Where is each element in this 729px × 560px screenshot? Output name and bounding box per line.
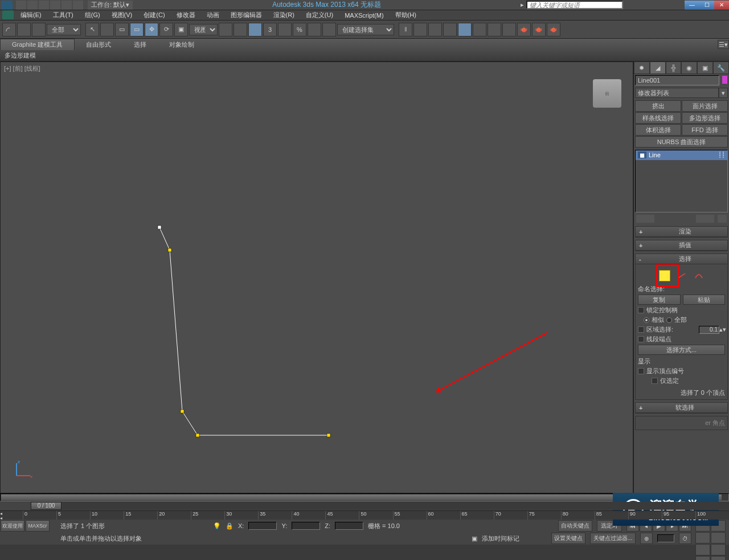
track-bar[interactable]: ◂ ◂ 051015202530354045505560657075808590… bbox=[0, 510, 729, 520]
autokey-button[interactable]: 自动关键点 bbox=[558, 520, 592, 532]
percent-snap-button[interactable] bbox=[278, 23, 292, 36]
poly-modeling-label[interactable]: 多边形建模 bbox=[5, 51, 36, 60]
mirror-button[interactable]: ⦀ bbox=[399, 23, 412, 36]
select-name-button[interactable] bbox=[100, 23, 114, 36]
lock-handles-checkbox[interactable] bbox=[638, 307, 644, 313]
object-color-swatch[interactable] bbox=[722, 76, 727, 84]
configure-icon[interactable] bbox=[718, 215, 727, 223]
maximize-button[interactable]: ☐ bbox=[699, 1, 714, 10]
max-logo-icon[interactable] bbox=[2, 10, 14, 19]
show-vertex-num-checkbox[interactable] bbox=[638, 368, 644, 374]
make-unique-icon[interactable] bbox=[696, 215, 705, 223]
copy-button[interactable]: 复制 bbox=[638, 295, 681, 305]
qat-undo[interactable] bbox=[50, 1, 60, 10]
motion-tab-icon[interactable]: ◉ bbox=[681, 62, 697, 74]
setkey-button[interactable]: 设置关键点 bbox=[551, 533, 585, 544]
qat-save[interactable] bbox=[39, 1, 49, 10]
select-scale-button[interactable]: ▣ bbox=[174, 23, 188, 36]
select-move-button[interactable]: ✥ bbox=[145, 23, 158, 36]
render-preset-button[interactable]: 🫖 bbox=[532, 23, 546, 36]
binoculars-icon[interactable] bbox=[626, 1, 636, 10]
window-crossing-button[interactable]: ▭ bbox=[130, 23, 144, 36]
manipulate-button[interactable] bbox=[234, 23, 247, 36]
menu-animation[interactable]: 动画 bbox=[201, 11, 225, 19]
select-rotate-button[interactable]: ⟳ bbox=[159, 23, 173, 36]
max-toggle-button[interactable] bbox=[695, 556, 710, 560]
menu-view[interactable]: 视图(V) bbox=[106, 11, 138, 19]
similar-radio[interactable] bbox=[644, 317, 649, 323]
mod-nurbs-button[interactable]: NURBS 曲面选择 bbox=[635, 136, 728, 148]
tab-object-paint[interactable]: 对象绘制 bbox=[158, 39, 206, 50]
qat-link[interactable] bbox=[73, 1, 83, 10]
walk-button[interactable] bbox=[711, 556, 726, 560]
zoom-extents-button[interactable] bbox=[695, 532, 710, 543]
snap-options-button[interactable] bbox=[308, 23, 321, 36]
mod-poly-button[interactable]: 多边形选择 bbox=[682, 112, 728, 124]
viewport-front[interactable]: [+] [前] [线框] 前 z x bbox=[0, 62, 633, 493]
minimize-button[interactable]: — bbox=[685, 1, 699, 10]
x-coord-input[interactable] bbox=[248, 522, 277, 530]
menu-help[interactable]: 帮助(H) bbox=[390, 11, 422, 19]
all-radio[interactable] bbox=[666, 317, 672, 323]
workspace-selector[interactable]: 工作台: 默认 ▾ bbox=[88, 1, 133, 10]
rollout-soft-header[interactable]: +软选择 bbox=[636, 403, 727, 413]
snap-toggle-button[interactable] bbox=[248, 23, 262, 36]
lock-icon[interactable]: 💡 bbox=[213, 522, 221, 530]
mod-ffd-button[interactable]: FFD 选择 bbox=[682, 124, 728, 136]
select-by-button[interactable]: 选择方式... bbox=[638, 345, 725, 355]
render-frame-button[interactable] bbox=[502, 23, 516, 36]
object-name-input[interactable] bbox=[635, 75, 719, 85]
render-setup-button[interactable] bbox=[488, 23, 501, 36]
spline-subobject-button[interactable] bbox=[693, 270, 705, 281]
display-tab-icon[interactable]: ▣ bbox=[697, 62, 713, 74]
layers-button[interactable] bbox=[428, 23, 442, 36]
material-editor-button[interactable] bbox=[473, 23, 486, 36]
close-button[interactable]: ✕ bbox=[714, 1, 729, 10]
script-listener-button[interactable]: MAXScr bbox=[26, 520, 50, 532]
bind-button[interactable] bbox=[32, 23, 46, 36]
time-slider-thumb[interactable]: 0 / 100 bbox=[31, 502, 62, 510]
mod-volume-button[interactable]: 体积选择 bbox=[635, 124, 681, 136]
select-object-button[interactable]: ↖ bbox=[85, 23, 99, 36]
y-coord-input[interactable] bbox=[292, 522, 320, 530]
frame-input[interactable] bbox=[657, 534, 674, 542]
arc-rotate-button[interactable] bbox=[711, 544, 726, 555]
render-prod-button[interactable]: 🫖 bbox=[547, 23, 560, 36]
menu-customize[interactable]: 自定义(U) bbox=[300, 11, 339, 19]
rollout-rendering-header[interactable]: +渲染 bbox=[636, 227, 727, 237]
qat-new[interactable] bbox=[16, 1, 26, 10]
key-mode-icon[interactable]: ⊕ bbox=[640, 533, 653, 544]
selection-filter[interactable]: 全部 bbox=[47, 24, 81, 35]
tab-selection[interactable]: 选择 bbox=[122, 39, 158, 50]
lock-sel-icon[interactable]: 🔒 bbox=[226, 522, 234, 530]
isolate-icon[interactable]: ▣ bbox=[472, 535, 477, 542]
menu-maxscript[interactable]: MAXScript(M) bbox=[339, 12, 389, 19]
ribbon-min-icon[interactable]: ☰▾ bbox=[718, 40, 729, 49]
exchange-icon[interactable] bbox=[649, 1, 658, 10]
rollout-selection-header[interactable]: -选择 bbox=[636, 254, 727, 264]
named-selection-set[interactable]: 创建选择集 bbox=[337, 24, 394, 35]
paste-button[interactable]: 粘贴 bbox=[683, 295, 726, 305]
key-filters-button[interactable]: 关键点过滤器... bbox=[590, 533, 636, 544]
spinner-snap-button[interactable]: % bbox=[293, 23, 306, 36]
tab-freeform[interactable]: 自由形式 bbox=[75, 39, 122, 50]
time-slider[interactable]: 0 / 100 bbox=[0, 501, 729, 510]
segment-end-checkbox[interactable] bbox=[638, 336, 644, 342]
welcome-button[interactable]: 欢迎使用 bbox=[1, 520, 24, 532]
remove-mod-icon[interactable] bbox=[705, 215, 714, 223]
pan-button[interactable] bbox=[695, 544, 710, 555]
menu-tools[interactable]: 工具(T) bbox=[47, 11, 79, 19]
menu-graph-editors[interactable]: 图形编辑器 bbox=[225, 11, 268, 19]
menu-rendering[interactable]: 渲染(R) bbox=[268, 11, 300, 19]
show-end-icon[interactable] bbox=[645, 215, 654, 223]
rollout-interpolation-header[interactable]: +插值 bbox=[636, 240, 727, 251]
area-select-checkbox[interactable] bbox=[638, 326, 644, 333]
mod-spline-button[interactable]: 样条线选择 bbox=[635, 112, 681, 124]
stack-item-line[interactable]: ◼Line┊┊ bbox=[636, 150, 727, 160]
curve-editor-button[interactable] bbox=[443, 23, 457, 36]
pivot-button[interactable] bbox=[219, 23, 232, 36]
modifier-list-dropdown[interactable]: 修改器列表 bbox=[635, 88, 719, 98]
select-region-button[interactable]: ▭ bbox=[115, 23, 129, 36]
help-icon[interactable] bbox=[672, 1, 681, 10]
tab-graphite[interactable]: Graphite 建模工具 bbox=[0, 39, 75, 50]
